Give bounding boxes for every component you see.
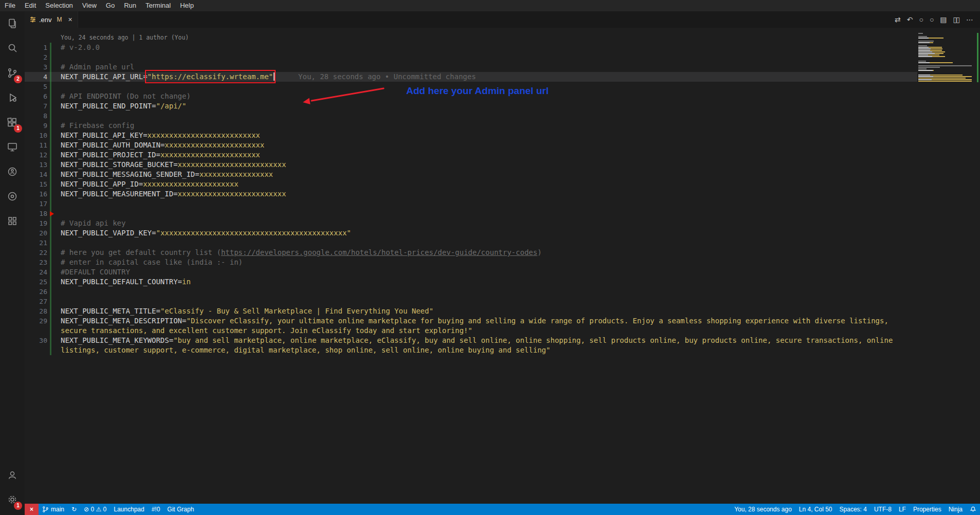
- menu-help[interactable]: Help: [175, 0, 198, 11]
- line-number: 12: [25, 150, 47, 160]
- settings-gear-icon[interactable]: 1: [0, 487, 25, 512]
- git-change-gutter-bar: [50, 218, 51, 228]
- gitlens-blame-status[interactable]: You, 28 seconds ago: [731, 504, 795, 515]
- code-line[interactable]: 10NEXT_PUBLIC_API_KEY=xxxxxxxxxxxxxxxxxx…: [25, 131, 917, 140]
- code-line[interactable]: 9# Firebase config: [25, 121, 917, 131]
- sync-changes[interactable]: ↻: [68, 504, 80, 515]
- line-number: 30: [25, 336, 47, 345]
- discard-changes-icon[interactable]: ↶: [904, 14, 915, 25]
- menu-run[interactable]: Run: [119, 0, 141, 11]
- code-line[interactable]: 15NEXT_PUBLIC_APP_ID=xxxxxxxxxxxxxxxxxxx…: [25, 179, 917, 189]
- code-line[interactable]: 24#DEFAULT COUNTRY: [25, 267, 917, 277]
- code-text: # API ENDPOINT (Do not change): [61, 91, 191, 101]
- explorer-icon[interactable]: [0, 11, 25, 36]
- code-text: [61, 287, 65, 297]
- prev-change-icon[interactable]: ○: [916, 14, 924, 25]
- code-line[interactable]: 13NEXT_PUBLIC_STORAGE_BUCKET=xxxxxxxxxxx…: [25, 160, 917, 170]
- code-line[interactable]: 25NEXT_PUBLIC_DEFAULT_COUNTRY=in: [25, 277, 917, 287]
- code-line[interactable]: 16NEXT_PUBLIC_MEASUREMENT_ID=xxxxxxxxxxx…: [25, 189, 917, 199]
- menu-edit[interactable]: Edit: [20, 0, 41, 11]
- run-debug-icon[interactable]: [0, 85, 25, 110]
- account-icon[interactable]: [0, 463, 25, 487]
- code-line[interactable]: 21: [25, 238, 917, 248]
- git-graph[interactable]: Git Graph: [164, 504, 197, 515]
- line-number: 19: [25, 218, 47, 228]
- editor-actions: ⇄↶○○▤▯▯⋯: [892, 11, 980, 28]
- live-share-icon[interactable]: [0, 159, 25, 184]
- open-changes-icon[interactable]: ⇄: [892, 14, 902, 25]
- search-icon[interactable]: [0, 36, 25, 61]
- source-control-icon-badge: 2: [14, 75, 22, 83]
- code-text: [61, 297, 65, 306]
- tab-bar: .env M × ⇄↶○○▤▯▯⋯: [25, 11, 980, 28]
- menu-file[interactable]: File: [0, 0, 20, 11]
- tab-env[interactable]: .env M ×: [25, 11, 78, 28]
- grid-icon[interactable]: [0, 209, 25, 233]
- timeline-icon[interactable]: ▤: [937, 14, 948, 25]
- issue-counter[interactable]: #!0: [148, 504, 164, 515]
- minimap[interactable]: [918, 33, 973, 504]
- code-line[interactable]: 2: [25, 52, 917, 62]
- git-change-gutter-bar: [50, 43, 51, 52]
- code-text: NEXT_PUBLIC_END_POINT="/api/": [61, 101, 186, 111]
- cursor-position[interactable]: Ln 4, Col 50: [795, 504, 836, 515]
- code-line[interactable]: 23# enter in capital case like (india :-…: [25, 258, 917, 267]
- tab-close-icon[interactable]: ×: [68, 15, 72, 24]
- line-number: 14: [25, 170, 47, 179]
- code-line[interactable]: 4NEXT_PUBLIC_API_URL="https://eclassify.…: [25, 72, 917, 82]
- code-line[interactable]: 27: [25, 297, 917, 306]
- menu-view[interactable]: View: [78, 0, 101, 11]
- code-text: [61, 52, 65, 62]
- next-change-icon[interactable]: ○: [927, 14, 935, 25]
- git-change-gutter-bar: [50, 131, 51, 140]
- language-mode[interactable]: Properties: [910, 504, 945, 515]
- source-control-icon[interactable]: 2: [0, 61, 25, 85]
- remote-explorer-icon[interactable]: [0, 135, 25, 159]
- line-number: 9: [25, 121, 47, 131]
- code-line[interactable]: 17: [25, 199, 917, 209]
- code-line[interactable]: 22# here you get default country list (h…: [25, 248, 917, 258]
- git-change-gutter-bar: [50, 52, 51, 62]
- code-line[interactable]: 30NEXT_PUBLIC_META_KEYWORDS="buy and sel…: [25, 336, 917, 355]
- line-number: 7: [25, 101, 47, 111]
- code-line[interactable]: 1# v-2.0.0: [25, 43, 917, 52]
- git-branch[interactable]: main: [39, 504, 68, 515]
- code-line[interactable]: 7NEXT_PUBLIC_END_POINT="/api/": [25, 101, 917, 111]
- gitlens-authors-codelens[interactable]: You, 24 seconds ago | 1 author (You): [25, 33, 980, 43]
- eol[interactable]: LF: [895, 504, 910, 515]
- code-line[interactable]: 28NEXT_PUBLIC_META_TITLE="eClassify - Bu…: [25, 306, 917, 316]
- code-line[interactable]: 3# Admin panle url: [25, 62, 917, 72]
- code-line[interactable]: 20NEXT_PUBLIC_VAPID_KEY="xxxxxxxxxxxxxxx…: [25, 228, 917, 238]
- title-bar: FileEditSelectionViewGoRunTerminalHelp: [0, 0, 980, 11]
- code-line[interactable]: 29NEXT_PUBLIC_META_DESCRIPTION="Discover…: [25, 316, 917, 336]
- gitlens-icon[interactable]: [0, 184, 25, 209]
- code-editor[interactable]: You, 24 seconds ago | 1 author (You) 1# …: [25, 28, 980, 504]
- more-actions-icon[interactable]: ⋯: [964, 14, 975, 25]
- line-number: 23: [25, 258, 47, 267]
- remote-indicator[interactable]: ×: [25, 504, 39, 515]
- code-line[interactable]: 12NEXT_PUBLIC_PROJECT_ID=xxxxxxxxxxxxxxx…: [25, 150, 917, 160]
- overview-ruler-scrollbar[interactable]: [973, 28, 980, 504]
- code-line[interactable]: 14NEXT_PUBLIC_MESSAGING_SENDER_ID=xxxxxx…: [25, 170, 917, 179]
- code-text: [61, 238, 65, 248]
- menu-terminal[interactable]: Terminal: [141, 0, 175, 11]
- gitlens-launchpad[interactable]: Launchpad: [110, 504, 148, 515]
- ninja[interactable]: Ninja: [945, 504, 966, 515]
- code-line[interactable]: 18: [25, 209, 917, 218]
- code-text: # enter in capital case like (india :- i…: [61, 258, 243, 267]
- menu-go[interactable]: Go: [101, 0, 119, 11]
- split-editor-icon[interactable]: ▯▯: [951, 14, 961, 25]
- code-line[interactable]: 19# Vapid api key: [25, 218, 917, 228]
- indentation[interactable]: Spaces: 4: [836, 504, 870, 515]
- extensions-icon[interactable]: 1: [0, 110, 25, 135]
- code-line[interactable]: 11NEXT_PUBLIC_AUTH_DOMAIN=xxxxxxxxxxxxxx…: [25, 140, 917, 150]
- encoding[interactable]: UTF-8: [870, 504, 895, 515]
- code-text: NEXT_PUBLIC_STORAGE_BUCKET=xxxxxxxxxxxxx…: [61, 160, 286, 170]
- line-number: 22: [25, 248, 47, 258]
- git-added-overview-marks: [977, 33, 978, 82]
- code-line[interactable]: 8: [25, 111, 917, 121]
- code-line[interactable]: 26: [25, 287, 917, 297]
- menu-selection[interactable]: Selection: [41, 0, 77, 11]
- problems[interactable]: ⊘ 0 ⚠ 0: [80, 504, 110, 515]
- notifications[interactable]: [966, 506, 980, 513]
